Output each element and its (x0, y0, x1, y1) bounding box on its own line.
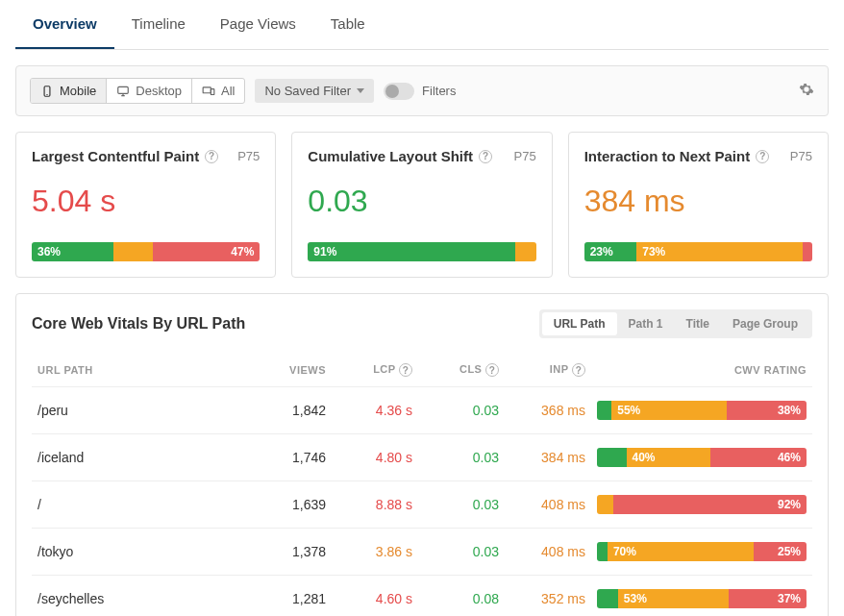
cell-lcp: 4.80 s (332, 434, 418, 481)
tab-timeline[interactable]: Timeline (114, 0, 203, 49)
cell-inp: 384 ms (505, 434, 591, 481)
col-views[interactable]: VIEWS (255, 356, 332, 387)
table-row[interactable]: /tokyo1,3783.86 s0.03408 ms70%25% (32, 529, 812, 576)
cls-distribution-bar: 91% (308, 242, 535, 261)
cell-views: 1,639 (255, 481, 332, 529)
cell-cls: 0.03 (418, 434, 505, 481)
rating-bar-orange: 55% (611, 401, 727, 420)
cell-views: 1,746 (255, 434, 332, 481)
cell-cls: 0.08 (418, 576, 505, 616)
rating-bar: 40%46% (597, 448, 807, 467)
card-lcp-head: Largest Contentful Paint ? P75 (32, 148, 260, 164)
svg-rect-2 (118, 86, 129, 93)
card-inp: Interaction to Next Paint ? P75 384 ms 2… (568, 132, 829, 278)
metric-name: Interaction to Next Paint (584, 148, 751, 164)
group-title-button[interactable]: Title (675, 312, 721, 335)
col-lcp[interactable]: LCP ? (332, 356, 418, 387)
metric-name: Largest Contentful Paint (32, 148, 199, 164)
rating-bar-orange (597, 495, 613, 514)
cell-rating: 55%38% (591, 387, 812, 434)
filters-toggle-wrap: Filters (384, 83, 456, 100)
metric-name: Cumulative Layout Shift (308, 148, 473, 164)
cwv-table-title: Core Web Vitals By URL Path (32, 315, 245, 333)
cell-rating: 70%25% (591, 529, 812, 576)
device-desktop-button[interactable]: Desktop (107, 79, 192, 103)
tab-table[interactable]: Table (313, 0, 383, 49)
chevron-down-icon (357, 88, 364, 93)
device-all-button[interactable]: All (192, 79, 244, 103)
card-cls: Cumulative Layout Shift ? P75 0.03 91% (291, 132, 552, 278)
cell-path: /iceland (32, 434, 255, 481)
rating-bar-red: 25% (754, 542, 807, 561)
lcp-bar-red: 47% (153, 242, 261, 261)
p75-label: P75 (514, 149, 536, 163)
cell-path: /peru (32, 387, 255, 434)
cell-cls: 0.03 (418, 387, 505, 434)
cell-inp: 408 ms (505, 529, 591, 576)
p75-label: P75 (237, 149, 260, 163)
cwv-table: URL PATH VIEWS LCP ? CLS ? INP ? CWV RAT… (32, 356, 812, 616)
rating-bar: 70%25% (597, 542, 807, 561)
saved-filter-select[interactable]: No Saved Filter (255, 79, 374, 103)
rating-bar-red: 46% (710, 448, 807, 467)
cwv-table-panel: Core Web Vitals By URL Path URL Path Pat… (15, 293, 829, 616)
lcp-bar-green: 36% (32, 242, 113, 261)
cell-cls: 0.03 (418, 529, 505, 576)
rating-bar-red: 92% (613, 495, 807, 514)
device-all-label: All (221, 84, 235, 98)
cell-rating: 53%37% (591, 576, 812, 616)
filter-bar: Mobile Desktop All No Saved Filter Filte… (30, 78, 814, 104)
table-row[interactable]: /peru1,8424.36 s0.03368 ms55%38% (32, 387, 812, 434)
group-urlpath-button[interactable]: URL Path (542, 312, 617, 335)
settings-button[interactable] (799, 82, 814, 100)
gear-icon (799, 82, 814, 97)
card-inp-head: Interaction to Next Paint ? P75 (584, 148, 812, 164)
help-icon[interactable]: ? (756, 150, 769, 163)
help-icon[interactable]: ? (399, 363, 412, 377)
inp-distribution-bar: 23% 73% (584, 242, 812, 261)
col-rating[interactable]: CWV RATING (591, 356, 812, 387)
device-mobile-button[interactable]: Mobile (31, 79, 107, 103)
tab-overview[interactable]: Overview (15, 0, 114, 49)
group-path1-button[interactable]: Path 1 (617, 312, 675, 335)
cell-path: / (32, 481, 255, 529)
tab-pageviews[interactable]: Page Views (203, 0, 313, 49)
rating-bar: 55%38% (597, 401, 807, 420)
rating-bar-green (597, 401, 611, 420)
group-pagegroup-button[interactable]: Page Group (721, 312, 809, 335)
saved-filter-label: No Saved Filter (264, 84, 351, 98)
rating-bar: 92% (597, 495, 807, 514)
cwv-table-head: Core Web Vitals By URL Path URL Path Pat… (32, 309, 812, 338)
filters-toggle-label: Filters (422, 84, 456, 98)
rating-bar-green (597, 542, 608, 561)
cell-path: /tokyo (32, 529, 255, 576)
cell-lcp: 8.88 s (332, 481, 418, 529)
col-inp[interactable]: INP ? (505, 356, 591, 387)
device-toggle-group: Mobile Desktop All (30, 78, 245, 104)
inp-bar-red (803, 242, 811, 261)
table-row[interactable]: /seychelles1,2814.60 s0.08352 ms53%37% (32, 576, 812, 616)
cell-views: 1,281 (255, 576, 332, 616)
filters-toggle[interactable] (384, 83, 414, 100)
mobile-icon (40, 85, 54, 98)
device-desktop-label: Desktop (136, 84, 182, 98)
cell-views: 1,842 (255, 387, 332, 434)
cell-lcp: 4.36 s (332, 387, 418, 434)
help-icon[interactable]: ? (205, 150, 218, 163)
tabs-bar: Overview Timeline Page Views Table (15, 0, 829, 50)
col-urlpath[interactable]: URL PATH (32, 356, 255, 387)
lcp-value: 5.04 s (32, 184, 260, 219)
svg-rect-5 (203, 86, 211, 92)
cell-rating: 92% (591, 481, 812, 529)
cell-lcp: 4.60 s (332, 576, 418, 616)
col-cls[interactable]: CLS ? (418, 356, 505, 387)
table-row[interactable]: /1,6398.88 s0.03408 ms92% (32, 481, 812, 529)
rating-bar-green (597, 589, 618, 608)
card-cls-title: Cumulative Layout Shift ? (308, 148, 492, 164)
devices-icon (202, 85, 215, 98)
cls-bar-orange (515, 242, 535, 261)
help-icon[interactable]: ? (485, 363, 499, 377)
table-row[interactable]: /iceland1,7464.80 s0.03384 ms40%46% (32, 434, 812, 481)
help-icon[interactable]: ? (479, 150, 492, 163)
help-icon[interactable]: ? (572, 363, 585, 377)
